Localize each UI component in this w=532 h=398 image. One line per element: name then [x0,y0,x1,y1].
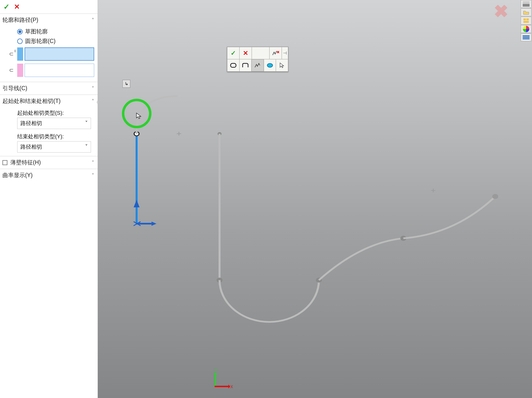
section-curvature: 曲率显示(Y) ˅ [0,169,98,182]
section-guides: 引导线(C) ˅ [0,82,98,95]
radio-sketch-profile[interactable]: 草图轮廓 [3,27,94,36]
select-value: 路径相切 [20,143,42,151]
radio-circular-profile[interactable]: 圆形轮廓(C) [3,36,94,46]
svg-text:+: + [269,276,274,284]
ok-icon[interactable]: ✓ [3,2,10,11]
section-title: 薄壁特征(H) [10,159,41,166]
section-title: 引导线(C) [2,85,27,92]
end-tangency-select[interactable]: 路径相切 ˅ [17,141,91,153]
chevron-up-icon: ˄ [92,98,94,104]
section-profile-path: 轮廓和路径(P) ˄ 草图轮廓 圆形轮廓(C) ⊂0 ⊂ [0,14,98,82]
cancel-icon[interactable]: ✕ [14,3,20,11]
sketch-relation-icon[interactable]: ↳ [122,80,130,88]
section-header-profile-path[interactable]: 轮廓和路径(P) ˄ [0,14,98,26]
svg-text:+: + [431,186,436,195]
chevron-down-icon: ˅ [92,85,94,91]
section-title: 轮廓和路径(P) [2,16,38,24]
chevron-up-icon: ˄ [92,17,94,23]
sketch-geometry: + + + + [98,0,532,398]
chevron-down-icon: ˅ [92,172,94,178]
profile-color-swatch [17,47,23,61]
path-selection-row: ⊂ [3,62,94,78]
select-value: 路径相切 [20,120,42,127]
svg-point-17 [492,194,498,199]
section-tangency: 起始处和结束处相切(T) ˄ 起始处相切类型(S): 路径相切 ˅ 结束处相切类… [0,95,98,156]
chevron-down-icon: ˅ [85,120,88,127]
triad-y-label: Y [215,368,217,372]
svg-text:+: + [374,276,379,284]
radio-icon [17,29,23,34]
chevron-down-icon: ˅ [85,144,88,150]
section-header-guides[interactable]: 引导线(C) ˅ [0,82,98,95]
profile-selection-row: ⊂0 [3,46,94,62]
path-color-swatch [17,64,23,77]
profile-selection-field[interactable] [25,47,94,61]
start-tangency-label: 起始处相切类型(S): [3,108,94,118]
chevron-down-icon: ˅ [92,160,94,166]
section-header-thin[interactable]: 薄壁特征(H) ˅ [0,156,98,169]
section-title: 起始处和结束处相切(T) [2,97,60,105]
section-thin-feature: 薄壁特征(H) ˅ [0,156,98,169]
panel-confirm-bar: ✓ ✕ [0,0,98,14]
section-header-curvature[interactable]: 曲率显示(Y) ˅ [0,169,98,182]
radio-label: 草图轮廓 [25,28,48,35]
thin-checkbox[interactable] [2,160,7,165]
graphics-viewport[interactable]: ✖ ✓ ✕ ⊣ [98,0,532,398]
triad-x-axis [215,386,229,387]
path-icon: ⊂ [7,65,16,75]
svg-marker-9 [133,200,139,207]
start-tangency-select[interactable]: 路径相切 ˅ [17,118,91,129]
profile-icon: ⊂0 [7,49,16,59]
section-header-tangency[interactable]: 起始处和结束处相切(T) ˄ [0,95,98,107]
property-manager-panel: ✓ ✕ 轮廓和路径(P) ˄ 草图轮廓 圆形轮廓(C) ⊂0 [0,0,98,398]
triad-x-label: X [230,385,233,389]
svg-text:+: + [176,129,181,138]
svg-marker-11 [151,222,156,226]
end-tangency-label: 结束处相切类型(Y): [3,131,94,141]
triad-y-axis [215,373,216,387]
mouse-cursor-icon [136,113,143,119]
radio-icon [17,39,23,44]
path-selection-field[interactable] [25,64,94,77]
section-title: 曲率显示(Y) [2,171,33,179]
radio-label: 圆形轮廓(C) [25,37,56,45]
